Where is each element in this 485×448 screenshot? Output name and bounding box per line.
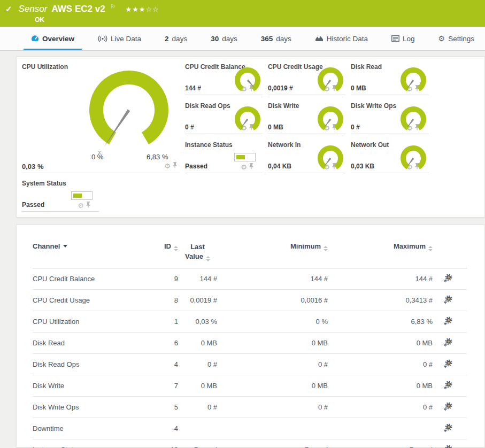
tile-title: Disk Read Ops (185, 102, 230, 110)
channel-settings-gear-icon[interactable] (443, 295, 453, 306)
maximum-cell: 0 MB (328, 375, 433, 397)
channel-settings-gear-icon[interactable] (443, 337, 453, 349)
channel-settings-gear-icon[interactable] (443, 423, 453, 434)
table-row: CPU Credit Usage 8 0,0019 # 0,0016 # 0,3… (33, 290, 467, 311)
tile-value: 0 # (351, 123, 360, 131)
maximum-cell: 0,3413 # (328, 290, 433, 311)
mini-gauge (399, 66, 427, 94)
table-row: Downtime -4 (33, 418, 467, 439)
channel-cell: CPU Utilization (33, 311, 134, 333)
channel-settings-gear-icon[interactable] (443, 444, 453, 448)
tab-label: Historic Data (327, 35, 368, 43)
tile-title: Instance Status (185, 141, 233, 149)
minimum-cell: 144 # (217, 268, 328, 290)
minimum-cell: 0 MB (217, 333, 328, 354)
tab-log[interactable]: Log (391, 27, 415, 50)
minimum-cell: Passed (217, 439, 328, 448)
id-cell: 1 (134, 311, 178, 333)
channel-settings-gear-icon[interactable] (443, 380, 453, 391)
channel-settings-gear-icon[interactable] (443, 359, 453, 370)
tile-cpu-utilization[interactable]: CPU Utilization x̄ 0 % 6,83 % 0,03 % ⚙ (22, 61, 180, 173)
gear-icon: ⚙ (438, 34, 445, 43)
gauge-max-label: 6,83 % (147, 153, 168, 161)
priority-stars[interactable]: ★★★☆☆ (125, 5, 159, 13)
cpu-utilization-gauge: x̄ (75, 68, 182, 159)
tile-system-status[interactable]: System Status Passed ⚙ (22, 177, 99, 212)
tab-bar: OverviewLive Data2days30days365daysHisto… (0, 27, 485, 51)
channel-table-body: CPU Credit Balance 9 144 # 144 # 144 # C… (33, 268, 467, 448)
channel-settings-gear-icon[interactable] (443, 273, 453, 284)
minimum-cell: 0 # (217, 397, 328, 418)
column-header-maximum[interactable]: Maximum (328, 235, 433, 268)
tile-cpu-credit-usage[interactable]: CPU Credit Usage 0,0019 # ⚙ (268, 61, 345, 95)
tab-overview[interactable]: Overview (31, 27, 74, 50)
table-row: Instance Status 10 Passed Passed Passed (33, 439, 467, 448)
tile-network-in[interactable]: Network In 0,04 KB ⚙ (268, 139, 345, 173)
tab-2-days[interactable]: 2days (165, 27, 187, 50)
tile-pin-icon[interactable] (249, 162, 254, 172)
channel-table: Channel ID Last Value Minimum Maximum C (33, 235, 467, 448)
channel-settings-gear-icon[interactable] (443, 401, 453, 413)
table-row: CPU Utilization 1 0,03 % 0 % 6,83 % (33, 311, 467, 333)
status-bar-widget (234, 153, 256, 161)
tile-disk-read[interactable]: Disk Read 0 MB ⚙ (351, 61, 428, 95)
chart-icon (315, 35, 324, 42)
tile-gear-icon[interactable]: ⚙ (241, 164, 247, 171)
broadcast-icon (98, 35, 107, 42)
tab-label: days (276, 35, 291, 43)
tile-network-out[interactable]: Network Out 0,03 KB ⚙ (351, 139, 428, 173)
tile-gear-icon[interactable]: ⚙ (78, 202, 84, 209)
maximum-cell (328, 418, 433, 439)
last-value-cell: 0,0019 # (178, 290, 217, 311)
object-type-label: Sensor (19, 4, 48, 14)
mini-gauge (234, 105, 261, 133)
sort-arrows-icon (174, 246, 178, 251)
tab-label: days (172, 35, 188, 43)
table-row: CPU Credit Balance 9 144 # 144 # 144 # (33, 268, 467, 290)
column-header-channel[interactable]: Channel (33, 235, 134, 268)
tile-title: CPU Credit Usage (268, 63, 323, 71)
column-header-minimum[interactable]: Minimum (217, 235, 328, 268)
mini-gauge (234, 66, 261, 94)
channel-cell: Instance Status (33, 439, 134, 448)
tile-cpu-credit-balance[interactable]: CPU Credit Balance 144 # ⚙ (185, 61, 263, 95)
maximum-cell: 144 # (328, 268, 433, 290)
channel-cell: Downtime (33, 418, 134, 439)
tile-pin-icon[interactable] (172, 161, 178, 171)
column-header-last-value[interactable]: Last Value (178, 235, 217, 268)
tab-365-days[interactable]: 365days (261, 27, 291, 50)
sort-arrows-icon (206, 256, 210, 261)
tile-value: 0 # (185, 123, 194, 131)
maximum-cell: Passed (328, 439, 433, 448)
tile-value: 0,04 KB (268, 163, 291, 170)
tile-disk-write[interactable]: Disk Write 0 MB ⚙ (268, 100, 345, 134)
tile-disk-read-ops[interactable]: Disk Read Ops 0 # ⚙ (185, 100, 263, 134)
table-row: Disk Write 7 0 MB 0 MB 0 MB (33, 375, 467, 397)
tile-disk-write-ops[interactable]: Disk Write Ops 0 # ⚙ (351, 100, 428, 134)
tile-value: 0 MB (351, 84, 366, 92)
last-value-cell (178, 418, 217, 439)
channel-cell: CPU Credit Usage (33, 290, 134, 311)
channel-settings-gear-icon[interactable] (443, 316, 453, 327)
minimum-cell (217, 418, 328, 439)
sort-caret-icon (63, 245, 67, 248)
minimum-cell: 0,0016 # (217, 290, 328, 311)
tile-value: Passed (185, 163, 207, 170)
gauges-panel: CPU Utilization x̄ 0 % 6,83 % 0,03 % ⚙ S… (16, 56, 485, 218)
tile-gear-icon[interactable]: ⚙ (164, 163, 171, 169)
sort-arrows-icon (324, 246, 328, 251)
priority-flag-icon[interactable]: ⚐ (111, 3, 116, 10)
tab-number: 30 (211, 35, 219, 43)
mini-gauge (399, 144, 427, 172)
minimum-cell: 0 % (217, 311, 328, 333)
tile-instance-status[interactable]: Instance Status Passed ⚙ (185, 139, 263, 173)
tab-historic-data[interactable]: Historic Data (315, 27, 368, 50)
tab-30-days[interactable]: 30days (211, 27, 237, 50)
last-value-cell: 0,03 % (178, 311, 217, 333)
column-header-id[interactable]: ID (134, 235, 178, 268)
tile-pin-icon[interactable] (86, 200, 91, 210)
channel-table-panel: Channel ID Last Value Minimum Maximum C (16, 225, 485, 447)
last-value-cell: 0 MB (178, 333, 217, 354)
tab-live-data[interactable]: Live Data (98, 27, 141, 50)
tab-settings[interactable]: ⚙Settings (438, 27, 474, 50)
